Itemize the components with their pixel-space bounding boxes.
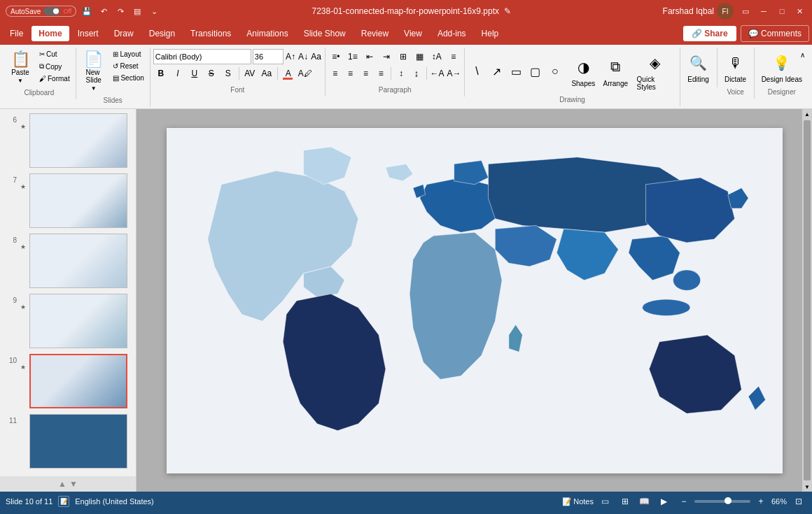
menu-slideshow[interactable]: Slide Show [297, 26, 353, 41]
para-spacing-button[interactable]: ↨ [410, 66, 424, 81]
zoom-level[interactable]: 66% [771, 497, 787, 506]
menu-insert[interactable]: Insert [71, 26, 106, 41]
shape-rect[interactable]: ▭ [507, 62, 525, 81]
new-slide-button[interactable]: 📄 NewSlide ▼ [79, 49, 108, 94]
bullets-button[interactable]: ≡• [328, 49, 344, 64]
slide-item-11[interactable]: 11 [3, 413, 133, 470]
section-button[interactable]: ▤ Section [110, 73, 147, 83]
arrange-button[interactable]: ⧉ Arrange [600, 53, 631, 90]
ribbon-collapse-button[interactable]: ∧ [795, 48, 809, 62]
slide-item-10[interactable]: 10 ★ [3, 352, 133, 410]
scroll-thumb-v[interactable] [804, 120, 811, 480]
shape-rounded-rect[interactable]: ▢ [526, 62, 545, 81]
zoom-in-button[interactable]: + [753, 494, 769, 509]
decrease-indent-button[interactable]: ⇤ [362, 49, 377, 64]
normal-view-button[interactable]: ▭ [598, 494, 613, 509]
columns-button[interactable]: ▦ [412, 49, 428, 64]
justify-button[interactable]: ≡ [374, 66, 388, 81]
menu-view[interactable]: View [397, 26, 429, 41]
shape-arrow[interactable]: ↗ [487, 62, 505, 81]
menu-design[interactable]: Design [142, 26, 182, 41]
menu-help[interactable]: Help [475, 26, 506, 41]
clear-format-button[interactable]: Aa [310, 49, 322, 64]
font-name-input[interactable] [153, 49, 251, 64]
slide-item-6[interactable]: 6 ★ [3, 112, 133, 169]
shape-oval[interactable]: ○ [546, 62, 564, 81]
maximize-button[interactable]: □ [776, 5, 788, 17]
share-button[interactable]: 🔗 Share [683, 26, 736, 41]
ltr-button[interactable]: A→ [447, 66, 462, 81]
quick-styles-button[interactable]: ◈ Quick Styles [633, 49, 677, 94]
layout-button[interactable]: ⊞ Layout [110, 49, 147, 59]
slideshow-button[interactable]: ▶ [657, 494, 672, 509]
line-spacing-button[interactable]: ↕ [394, 66, 408, 81]
redo-button[interactable]: ↷ [114, 5, 127, 17]
text-case-button[interactable]: Aa [259, 66, 274, 81]
font-decrease-button[interactable]: A↓ [298, 49, 309, 64]
bold-button[interactable]: B [153, 66, 169, 81]
paste-button[interactable]: 📋 Paste ▼ [6, 49, 35, 87]
minimize-button[interactable]: ─ [757, 5, 770, 17]
reading-view-button[interactable]: 📖 [637, 494, 652, 509]
dictate-button[interactable]: 🎙 Dictate [720, 49, 751, 86]
shape-line[interactable]: \ [468, 62, 486, 81]
new-slide-label: NewSlide [86, 69, 102, 84]
scroll-down-arrow[interactable]: ▼ [802, 482, 812, 492]
menu-addins[interactable]: Add-ins [430, 26, 473, 41]
rtl-button[interactable]: ←A [430, 66, 445, 81]
text-direction-button[interactable]: ↕A [429, 49, 444, 64]
font-increase-button[interactable]: A↑ [285, 49, 296, 64]
align-center-button[interactable]: ≡ [344, 66, 358, 81]
more-button[interactable]: ⌄ [148, 5, 160, 17]
cut-button[interactable]: ✂ Cut [36, 49, 73, 59]
fit-window-button[interactable]: ⊡ [791, 494, 806, 509]
slide-item-7[interactable]: 7 ★ [3, 172, 133, 229]
slide-item-8[interactable]: 8 ★ [3, 232, 133, 290]
scroll-up-arrow[interactable]: ▲ [802, 109, 812, 119]
convert-to-smartart-button[interactable]: ⊞ [396, 49, 411, 64]
underline-button[interactable]: U [187, 66, 202, 81]
align-left-button[interactable]: ≡ [328, 66, 342, 81]
align-right-button[interactable]: ≡ [359, 66, 373, 81]
comments-button[interactable]: 💬 Comments [741, 25, 809, 42]
shapes-button[interactable]: ◑ Shapes [568, 53, 598, 90]
panel-scroll-down[interactable]: ▼ [69, 479, 78, 489]
menu-transitions[interactable]: Transitions [183, 26, 238, 41]
autosave-toggle[interactable] [43, 7, 60, 15]
editing-button[interactable]: 🔍 Editing [683, 49, 714, 86]
reset-button[interactable]: ↺ Reset [110, 61, 147, 71]
save-button[interactable]: 💾 [80, 5, 93, 17]
font-color-button[interactable]: A [281, 66, 296, 81]
menu-home[interactable]: Home [31, 26, 69, 41]
slide-sorter-button[interactable]: ⊞ [617, 494, 633, 509]
paste-dropdown[interactable]: ▼ [18, 78, 23, 84]
menu-draw[interactable]: Draw [107, 26, 141, 41]
notes-button[interactable]: 📝 Notes [562, 497, 594, 506]
ribbon-display-button[interactable]: ▭ [739, 5, 752, 17]
shadow-button[interactable]: S [220, 66, 236, 81]
italic-button[interactable]: I [170, 66, 186, 81]
zoom-out-button[interactable]: − [676, 494, 692, 509]
font-size-input[interactable] [253, 49, 284, 64]
copy-button[interactable]: ⧉ Copy [36, 61, 73, 72]
filename-edit-icon[interactable]: ✎ [504, 6, 511, 16]
present-button[interactable]: ▤ [131, 5, 144, 17]
increase-indent-button[interactable]: ⇥ [379, 49, 394, 64]
menu-review[interactable]: Review [354, 26, 396, 41]
autosave-badge[interactable]: AutoSave Off [6, 6, 76, 17]
slide-item-9[interactable]: 9 ★ [3, 292, 133, 350]
undo-button[interactable]: ↶ [97, 5, 110, 17]
format-painter-button[interactable]: 🖌 Format [36, 73, 73, 84]
panel-scroll-up[interactable]: ▲ [58, 479, 66, 489]
character-spacing-button[interactable]: AV [242, 66, 258, 81]
zoom-slider[interactable] [694, 500, 750, 503]
vertical-scrollbar[interactable]: ▲ ▼ [802, 109, 812, 492]
menu-animations[interactable]: Animations [239, 26, 295, 41]
align-text-button[interactable]: ≡ [446, 49, 461, 64]
numbering-button[interactable]: 1≡ [345, 49, 360, 64]
menu-file[interactable]: File [3, 26, 30, 41]
highlight-button[interactable]: A🖊 [298, 66, 313, 81]
close-button[interactable]: ✕ [794, 5, 806, 17]
new-slide-dropdown[interactable]: ▼ [91, 85, 97, 92]
strikethrough-button[interactable]: S [204, 66, 219, 81]
